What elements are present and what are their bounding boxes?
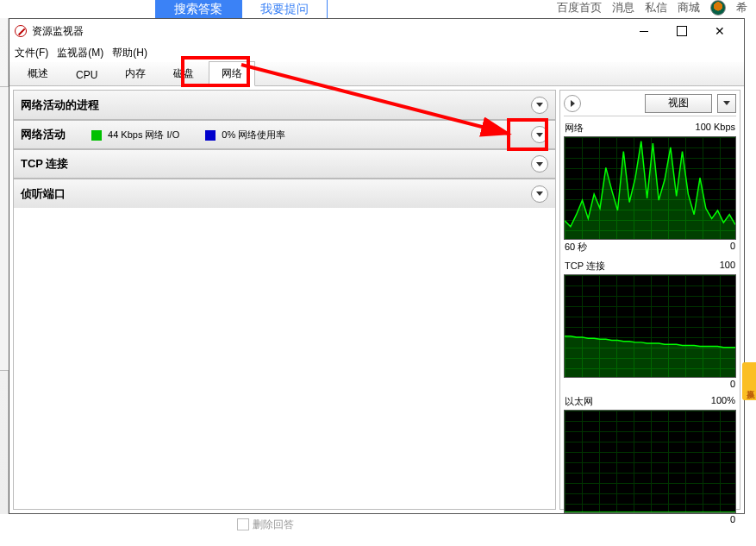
empty-content-area <box>14 208 555 509</box>
graph-network-xright: 0 <box>730 241 735 254</box>
background-edge-segment <box>0 86 9 371</box>
window-minimize-button[interactable] <box>625 19 663 43</box>
chevron-down-icon[interactable] <box>531 155 548 173</box>
io-swatch <box>91 130 102 141</box>
window-title: 资源监视器 <box>32 24 84 39</box>
graph-tcp: TCP 连接 100 0 <box>564 258 736 390</box>
menu-monitor[interactable]: 监视器(M) <box>57 46 103 60</box>
graph-network-canvas <box>564 136 736 240</box>
graph-tcp-title: TCP 连接 <box>565 260 605 273</box>
section-listen[interactable]: 侦听端口 <box>14 179 555 208</box>
view-dropdown-button[interactable] <box>717 94 736 113</box>
delete-answer-link[interactable]: 删除回答 <box>237 518 294 532</box>
util-text: 0% 网络使用率 <box>222 129 285 140</box>
bg-link-home[interactable]: 百度首页 <box>557 0 602 16</box>
tab-network[interactable]: 网络 <box>209 61 255 86</box>
bg-tab-search[interactable]: 搜索答案 <box>155 0 241 20</box>
bg-link-mall[interactable]: 商城 <box>678 0 700 16</box>
graph-eth-xright: 0 <box>730 514 735 524</box>
tab-cpu[interactable]: CPU <box>63 64 110 85</box>
graph-eth-canvas <box>564 410 736 513</box>
menu-file[interactable]: 文件(F) <box>15 46 48 60</box>
view-select-label: 视图 <box>668 96 689 110</box>
bg-link-pm[interactable]: 私信 <box>645 0 667 16</box>
section-listen-title: 侦听端口 <box>21 186 66 202</box>
side-tab[interactable]: 赢换 <box>742 362 756 400</box>
section-tcp[interactable]: TCP 连接 <box>14 149 555 179</box>
bg-link-msg[interactable]: 消息 <box>612 0 634 16</box>
chevron-down-icon[interactable] <box>531 97 548 114</box>
graph-eth-scale: 100% <box>711 395 735 408</box>
graph-ethernet: 以太网 100% 0 <box>564 393 736 525</box>
window-close-button[interactable]: ✕ <box>701 19 739 43</box>
background-page-header: 搜索答案 我要提问 百度首页 消息 私信 商城 希 <box>0 0 756 18</box>
tab-overview[interactable]: 概述 <box>15 61 61 85</box>
util-swatch <box>205 130 216 141</box>
graph-eth-title: 以太网 <box>565 395 593 408</box>
section-processes-title: 网络活动的进程 <box>21 97 99 113</box>
graph-tcp-xright: 0 <box>730 379 735 389</box>
right-pane: 视图 网络 100 Kbps 60 秒 0 <box>559 90 740 510</box>
graph-network-xleft: 60 秒 <box>565 241 587 254</box>
left-pane: 网络活动的进程 网络活动 44 Kbps 网络 I/O 0% 网络使用率 TCP <box>13 90 556 510</box>
graph-network-scale: 100 Kbps <box>696 122 735 135</box>
menubar: 文件(F) 监视器(M) 帮助(H) <box>9 43 744 62</box>
view-select[interactable]: 视图 <box>645 94 712 113</box>
bg-username[interactable]: 希 <box>736 0 747 16</box>
graph-tcp-scale: 100 <box>720 260 735 273</box>
window-maximize-button[interactable] <box>663 19 701 43</box>
chevron-right-icon[interactable] <box>564 95 581 112</box>
window-titlebar[interactable]: 资源监视器 ✕ <box>9 19 744 43</box>
resource-monitor-window: 资源监视器 ✕ 文件(F) 监视器(M) 帮助(H) 概述 CPU 内存 磁盘 … <box>9 18 745 514</box>
chevron-down-icon[interactable] <box>531 126 548 143</box>
section-processes[interactable]: 网络活动的进程 <box>14 91 555 120</box>
tab-memory[interactable]: 内存 <box>112 61 159 85</box>
io-text: 44 Kbps 网络 I/O <box>108 129 179 140</box>
section-activity-title: 网络活动 <box>21 127 66 142</box>
graph-network-title: 网络 <box>565 122 584 135</box>
menu-help[interactable]: 帮助(H) <box>112 46 147 60</box>
chevron-down-icon[interactable] <box>531 185 548 203</box>
right-toolbar: 视图 <box>564 94 736 116</box>
section-tcp-title: TCP 连接 <box>21 156 68 172</box>
bg-tab-ask[interactable]: 我要提问 <box>241 0 328 20</box>
app-icon <box>15 25 27 37</box>
graph-network: 网络 100 Kbps 60 秒 0 <box>564 120 736 254</box>
tabs-bar: 概述 CPU 内存 磁盘 网络 <box>9 62 744 86</box>
avatar[interactable] <box>710 0 726 16</box>
tab-disk[interactable]: 磁盘 <box>160 61 207 85</box>
section-activity[interactable]: 网络活动 44 Kbps 网络 I/O 0% 网络使用率 <box>14 120 555 149</box>
graph-tcp-canvas <box>564 274 736 378</box>
